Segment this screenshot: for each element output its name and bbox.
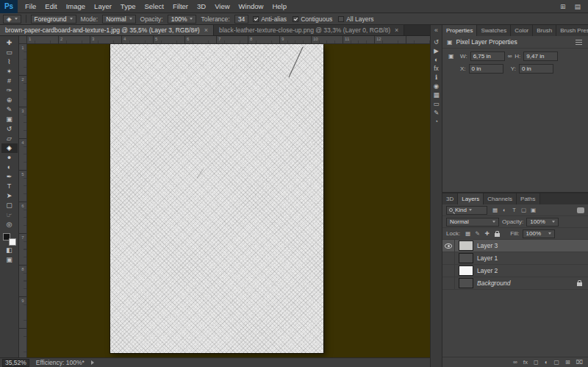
shape-tool[interactable]: ▢ <box>1 201 18 210</box>
tab-close-icon[interactable]: × <box>395 26 398 34</box>
panel-tab[interactable]: Channels <box>484 193 517 204</box>
filter-type-layers-icon[interactable]: T <box>509 206 519 215</box>
mode-dropdown[interactable]: Normal <box>102 15 135 24</box>
tool-preset-picker[interactable]: ◈ <box>3 15 21 24</box>
menu-item[interactable]: View <box>210 2 234 10</box>
panel-tab[interactable]: Brush <box>533 25 556 36</box>
filter-smart-objects-icon[interactable]: ▣ <box>528 206 538 215</box>
visibility-toggle[interactable] <box>442 240 455 252</box>
history-brush-tool[interactable]: ↺ <box>1 124 18 134</box>
lock-transparency-icon[interactable]: ▦ <box>463 229 473 238</box>
pasteboard[interactable] <box>27 44 430 357</box>
layer-row[interactable]: Background <box>442 277 588 290</box>
eyedropper-tool[interactable]: ✑ <box>1 86 18 96</box>
zoom-tool[interactable]: ◎ <box>1 220 18 229</box>
status-options-arrow-icon[interactable] <box>91 360 94 365</box>
lock-all-icon[interactable] <box>495 233 500 237</box>
tolerance-input[interactable]: 34 <box>234 15 248 24</box>
options-checkbox[interactable]: Anti-alias <box>253 15 287 23</box>
lasso-tool[interactable]: ⌇ <box>1 57 18 67</box>
options-checkbox[interactable]: All Layers <box>338 15 373 23</box>
fill-source-dropdown[interactable]: Foreground <box>31 15 76 24</box>
layer-opacity-dropdown[interactable]: 100% <box>526 218 559 227</box>
dodge-tool[interactable]: ◐ <box>1 163 18 172</box>
menu-item[interactable]: Window <box>234 2 268 10</box>
expand-panels-icon[interactable]: « <box>434 26 438 34</box>
history-icon[interactable]: ↺ <box>431 38 442 46</box>
document-canvas[interactable] <box>110 44 323 353</box>
link-dimensions-icon[interactable]: ∞ <box>508 53 512 60</box>
new-group-icon[interactable]: ▢ <box>554 359 560 366</box>
eraser-tool[interactable]: ▱ <box>1 134 18 143</box>
background-color-swatch[interactable] <box>9 238 16 246</box>
vertical-ruler[interactable]: 123456789 <box>19 44 27 357</box>
type-tool[interactable]: T <box>1 182 18 191</box>
menu-item[interactable]: Select <box>140 2 168 10</box>
layer-style-icon[interactable]: fx <box>523 359 528 366</box>
layer-thumbnail[interactable] <box>459 278 473 288</box>
app-options-icon[interactable]: ▤ <box>574 3 581 10</box>
filter-pixel-layers-icon[interactable]: ▦ <box>490 206 500 215</box>
width-input[interactable]: 6,75 in <box>470 51 505 61</box>
filter-kind-dropdown[interactable]: Kind <box>446 206 487 215</box>
magic-wand-tool[interactable]: ✶ <box>1 67 18 76</box>
blur-tool[interactable]: ● <box>1 153 18 163</box>
menu-item[interactable]: 3D <box>193 2 210 10</box>
menu-item[interactable]: Filter <box>168 2 193 10</box>
menu-item[interactable]: File <box>21 2 40 10</box>
menu-item[interactable]: Image <box>62 2 90 10</box>
move-tool[interactable]: ✚ <box>1 38 18 48</box>
adjustments-icon[interactable]: ◐ <box>431 55 442 64</box>
brush-tool[interactable]: ✎ <box>1 105 18 115</box>
marquee-tool[interactable]: ▭ <box>1 48 18 57</box>
menu-item[interactable]: Type <box>116 2 140 10</box>
clone-stamp-tool[interactable]: ▣ <box>1 115 18 124</box>
menu-item[interactable]: Edit <box>40 2 61 10</box>
healing-brush-tool[interactable]: ⊕ <box>1 96 18 105</box>
panel-tab[interactable]: Layers <box>458 193 484 204</box>
panel-tab[interactable]: Color <box>511 25 533 36</box>
tab-close-icon[interactable]: × <box>204 26 208 34</box>
clone-source-icon[interactable]: ▦ <box>431 90 442 99</box>
layer-row[interactable]: Layer 1 <box>442 252 588 265</box>
visibility-toggle[interactable] <box>442 277 455 289</box>
visibility-toggle[interactable] <box>442 252 455 264</box>
notes-icon[interactable]: ✎ <box>431 108 442 117</box>
x-input[interactable]: 0 in <box>469 64 503 74</box>
panel-tab[interactable]: Paths <box>517 193 539 204</box>
layer-filter-toggle[interactable] <box>577 207 584 213</box>
horizontal-ruler[interactable]: 123456789101112 <box>27 36 430 44</box>
menu-item[interactable]: Help <box>268 2 291 10</box>
options-checkbox[interactable]: Contiguous <box>293 15 332 23</box>
timeline-icon[interactable]: ▭ <box>431 99 442 108</box>
panel-tab[interactable]: Properties <box>442 25 477 36</box>
pen-tool[interactable]: ✒ <box>1 172 18 182</box>
panel-menu-icon[interactable] <box>576 42 582 43</box>
info-icon[interactable]: ℹ <box>431 73 442 82</box>
menu-item[interactable]: Layer <box>90 2 116 10</box>
blend-mode-dropdown[interactable]: Normal <box>446 218 499 227</box>
y-input[interactable]: 0 in <box>519 64 553 74</box>
quick-mask-button[interactable]: ◧ <box>1 246 18 255</box>
ruler-corner[interactable] <box>19 36 27 44</box>
adjustment-layer-icon[interactable]: ◐ <box>545 359 548 366</box>
height-input[interactable]: 9,47 in <box>523 51 558 61</box>
paint-bucket-tool[interactable]: ◈ <box>1 143 18 153</box>
new-layer-icon[interactable]: ⊞ <box>565 359 570 366</box>
delete-layer-icon[interactable]: ⌧ <box>576 359 583 366</box>
visibility-toggle[interactable] <box>442 265 455 277</box>
path-selection-tool[interactable]: ➤ <box>1 191 18 201</box>
hand-tool[interactable]: ☞ <box>1 210 18 220</box>
styles-icon[interactable]: fx <box>431 64 442 73</box>
layer-thumbnail[interactable] <box>459 253 473 263</box>
document-tab[interactable]: black-leather-texture-close-up.png @ 33,… <box>214 25 404 35</box>
filter-adjustment-layers-icon[interactable]: ◐ <box>500 206 509 215</box>
panel-tab[interactable]: Swatches <box>477 25 511 36</box>
panel-tab[interactable]: Brush Presets <box>556 25 588 36</box>
document-tab[interactable]: brown-paper-cardboard-and-texture-1.jpg … <box>0 25 214 35</box>
actions-icon[interactable]: ▶ <box>431 46 442 55</box>
panel-tab[interactable]: 3D <box>442 193 458 204</box>
screen-mode-button[interactable]: ▣ <box>1 255 18 265</box>
measurement-log-icon[interactable]: ◔ <box>431 117 442 126</box>
layer-thumbnail[interactable] <box>459 266 473 276</box>
